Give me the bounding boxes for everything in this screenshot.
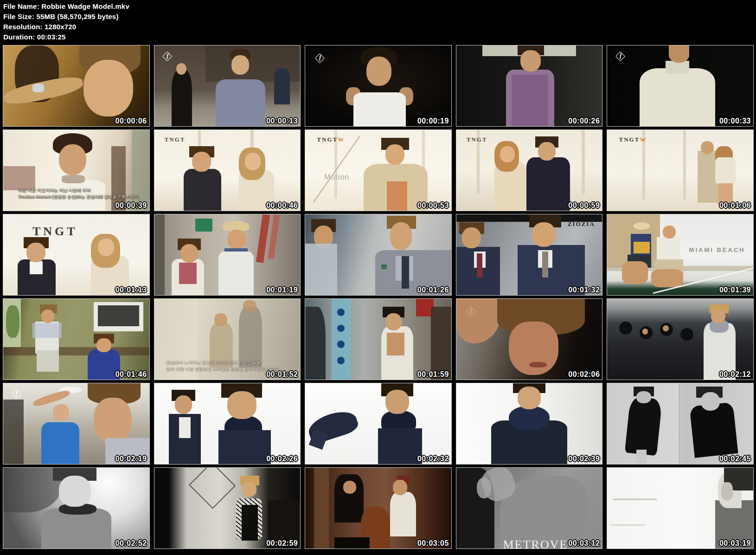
timestamp-label: 00:02:52	[115, 539, 147, 548]
head	[619, 322, 632, 335]
file-info-header: File Name: Robbie Wadge Model.mkv File S…	[0, 0, 756, 42]
video-frame-00:02:06: f00:02:06	[456, 298, 603, 380]
video-frame-00:00:46: TNGT00:00:46	[154, 129, 301, 211]
white-coat	[640, 68, 716, 126]
lips	[529, 362, 547, 368]
timestamp-label: 00:00:33	[719, 117, 751, 125]
face	[175, 395, 192, 414]
resolution-value: 1280x720	[45, 23, 76, 31]
pocket-square	[381, 265, 387, 269]
metrove-text: METROVE	[503, 539, 568, 549]
ftv-diamond-logo: f	[11, 389, 26, 401]
hand	[456, 299, 500, 343]
door-frame	[154, 214, 165, 295]
foreground-head	[334, 537, 370, 549]
face	[701, 392, 720, 411]
video-frame-00:01:13: TNGT00:01:13	[3, 214, 150, 296]
blue-polo	[41, 422, 79, 464]
mirror	[3, 400, 24, 464]
file-size-value: 55MB (58,570,295 bytes)	[36, 13, 118, 20]
bald-head	[53, 404, 69, 420]
video-frame-00:01:59: 00:01:59	[305, 298, 452, 380]
face	[98, 239, 114, 256]
face	[711, 310, 725, 323]
face	[242, 482, 256, 497]
ftv-diamond-logo: f	[161, 51, 177, 63]
shirt	[216, 79, 265, 126]
scarf	[62, 175, 85, 183]
timestamp-label: 00:00:26	[568, 117, 600, 125]
face	[663, 226, 676, 239]
video-frame-00:03:12: METROVE00:03:12	[456, 467, 603, 549]
thumbnail-sheet: { "header": { "text_color": "#ffffff", "…	[0, 0, 756, 555]
navy-coat	[378, 428, 422, 464]
black-jacket	[689, 402, 738, 458]
face	[385, 144, 404, 165]
timestamp-label: 00:00:46	[266, 201, 298, 210]
video-frame-00:01:32: ZIOZIA00:01:32	[456, 214, 603, 296]
timestamp-label: 00:00:06	[115, 117, 147, 125]
motion-caption: Motion	[324, 174, 349, 181]
thumbnail-grid: 00:00:06f00:00:13f00:00:1900:00:26f00:00…	[0, 42, 756, 549]
face	[462, 227, 481, 248]
korean-subtitle: 화보에서 느껴지는 일상의 여유와 함께 한 순간들을담아 이번 시즌 모던하고…	[166, 360, 279, 372]
timestamp-label: 00:01:13	[115, 286, 147, 294]
dress	[715, 157, 736, 185]
white-shirt	[390, 492, 416, 536]
tngtw-logo: TNGTW	[317, 136, 345, 142]
shirt-sleeves	[32, 323, 62, 337]
face	[180, 244, 198, 263]
face	[176, 63, 186, 74]
face	[390, 222, 412, 250]
horizon-smudge	[610, 524, 646, 526]
subtitle-line: 화보에서 느껴지는 일상의 여유와 함께 한 순간들을	[166, 360, 279, 366]
timestamp-label: 00:02:12	[719, 370, 751, 379]
face	[59, 144, 87, 175]
logo-letter: f	[167, 52, 168, 59]
logo-segment: W	[338, 136, 345, 143]
duration-label: Duration:	[3, 33, 35, 41]
video-frame-00:01:39: MIAMI BEACH00:01:39	[607, 214, 754, 296]
ftv-diamond-logo: f	[314, 53, 330, 65]
panel-divider	[679, 383, 680, 464]
tngt-logo: TNGT	[165, 136, 186, 142]
striped-tie	[477, 253, 483, 278]
video-frame-00:00:13: f00:00:13	[154, 45, 301, 127]
logo-letter: f	[319, 54, 321, 61]
timestamp-label: 00:00:59	[568, 201, 600, 210]
resolution-line: Resolution: 1280x720	[3, 22, 756, 32]
video-frame-00:02:19: f00:02:19	[3, 383, 150, 465]
timestamp-label: 00:02:39	[568, 455, 600, 463]
video-frame-00:02:39: 00:02:39	[456, 383, 603, 465]
white-tee	[218, 252, 254, 295]
navy-coat	[218, 430, 271, 464]
face	[642, 329, 648, 334]
tie	[542, 252, 548, 278]
dark-suit	[184, 169, 222, 211]
timestamp-label: 00:00:13	[266, 117, 298, 125]
video-frame-00:02:26: 00:02:26	[154, 383, 301, 465]
face	[245, 153, 261, 170]
timestamp-label: 00:00:19	[417, 117, 449, 125]
ftv-diamond-logo: f	[615, 51, 630, 63]
timestamp-label: 00:03:19	[719, 539, 751, 548]
face	[41, 310, 54, 323]
resolution-label: Resolution:	[3, 23, 43, 31]
file-name-value: Robbie Wadge Model.mkv	[41, 2, 129, 10]
logo-segment: TNGT	[317, 136, 338, 143]
video-frame-00:02:32: 00:02:32	[305, 383, 452, 465]
file-name-label: File Name:	[3, 2, 39, 10]
timestamp-label: 00:01:59	[417, 370, 449, 379]
timestamp-label: 00:01:19	[266, 286, 298, 294]
timestamp-label: 00:02:26	[266, 455, 298, 463]
face	[243, 300, 256, 311]
ftv-diamond-logo: f	[465, 306, 481, 318]
face-shading	[721, 482, 733, 500]
white-shirt	[353, 92, 406, 126]
blue-dot	[337, 309, 345, 316]
video-frame-00:02:45: 00:02:45	[607, 383, 754, 465]
face	[538, 142, 556, 161]
blue-dot	[337, 357, 345, 364]
window-frame	[582, 130, 584, 194]
face	[96, 338, 111, 352]
